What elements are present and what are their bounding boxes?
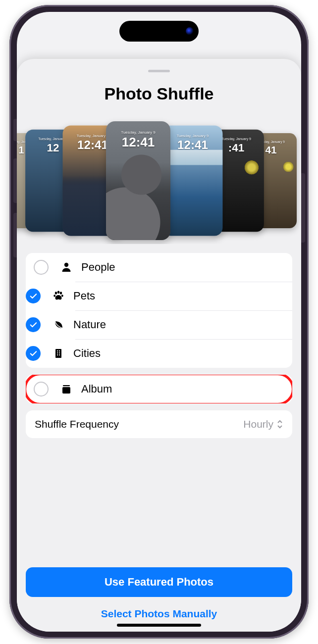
leaf-icon bbox=[52, 319, 65, 331]
page-title: Photo Shuffle bbox=[26, 84, 292, 103]
wallpaper-preview-carousel[interactable]: Tuesday, January 91 Tuesday, January 912… bbox=[17, 110, 301, 244]
category-label: Cities bbox=[73, 347, 101, 360]
svg-rect-9 bbox=[57, 352, 58, 353]
svg-point-0 bbox=[64, 263, 68, 267]
category-list: People Pets bbox=[26, 253, 292, 368]
category-label: Nature bbox=[73, 318, 106, 331]
shuffle-frequency-value[interactable]: Hourly bbox=[243, 418, 283, 430]
front-camera bbox=[186, 27, 194, 35]
album-label: Album bbox=[81, 383, 112, 396]
album-row[interactable]: Album bbox=[26, 375, 292, 403]
checkbox-album[interactable] bbox=[34, 382, 49, 396]
checkbox-people[interactable] bbox=[34, 260, 49, 275]
shuffle-frequency-row[interactable]: Shuffle Frequency Hourly bbox=[26, 410, 292, 438]
building-icon bbox=[52, 347, 65, 359]
svg-point-1 bbox=[55, 292, 57, 295]
svg-point-3 bbox=[60, 292, 62, 295]
person-icon bbox=[59, 261, 73, 273]
category-row-pets[interactable]: Pets bbox=[26, 282, 292, 310]
svg-rect-10 bbox=[59, 352, 60, 353]
category-row-people[interactable]: People bbox=[26, 253, 292, 282]
category-label: People bbox=[81, 261, 115, 274]
screen: Photo Shuffle Tuesday, January 91 Tuesda… bbox=[17, 12, 301, 632]
svg-rect-13 bbox=[63, 385, 70, 386]
category-label: Pets bbox=[73, 290, 95, 302]
svg-rect-7 bbox=[57, 350, 58, 351]
preview-card: Tuesday, January 912:41 bbox=[106, 121, 170, 240]
svg-rect-8 bbox=[59, 350, 60, 351]
svg-point-4 bbox=[53, 295, 55, 297]
chevron-up-down-icon bbox=[276, 420, 283, 429]
checkbox-nature[interactable] bbox=[26, 317, 41, 332]
preview-card: Tuesday, January 912:41 bbox=[163, 125, 223, 236]
checkbox-cities[interactable] bbox=[26, 346, 41, 361]
svg-rect-12 bbox=[59, 354, 60, 355]
select-photos-manually-button[interactable]: Select Photos Manually bbox=[26, 603, 292, 632]
checkbox-pets[interactable] bbox=[26, 289, 41, 303]
category-row-cities[interactable]: Cities bbox=[26, 339, 292, 368]
album-icon bbox=[59, 383, 73, 395]
svg-rect-6 bbox=[55, 349, 61, 358]
shuffle-frequency-label: Shuffle Frequency bbox=[35, 418, 119, 430]
dynamic-island bbox=[119, 21, 199, 42]
svg-point-5 bbox=[61, 295, 63, 297]
svg-rect-11 bbox=[57, 354, 58, 355]
paw-icon bbox=[52, 290, 65, 302]
home-indicator[interactable] bbox=[117, 624, 201, 627]
svg-point-2 bbox=[57, 291, 59, 294]
svg-rect-14 bbox=[62, 387, 70, 394]
phone-frame: Photo Shuffle Tuesday, January 91 Tuesda… bbox=[9, 5, 309, 639]
photo-shuffle-sheet: Photo Shuffle Tuesday, January 91 Tuesda… bbox=[17, 59, 301, 632]
category-row-nature[interactable]: Nature bbox=[26, 310, 292, 339]
use-featured-photos-button[interactable]: Use Featured Photos bbox=[26, 567, 292, 597]
sheet-grabber[interactable] bbox=[148, 70, 170, 72]
